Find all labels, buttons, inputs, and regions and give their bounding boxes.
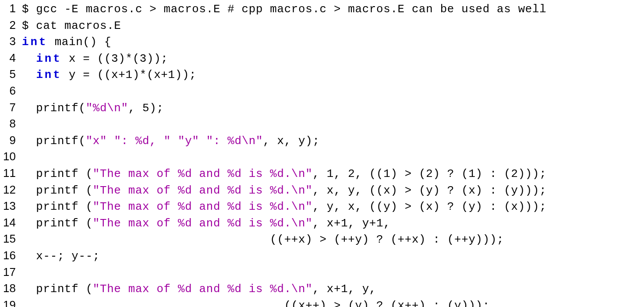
line-number: 12	[0, 182, 22, 198]
line-number: 18	[0, 281, 22, 296]
line-number: 16	[0, 248, 22, 263]
line-number: 4	[0, 50, 22, 66]
code-content: printf ("The max of %d and %d is %d.\n",…	[22, 216, 390, 232]
code-content: printf("%d\n", 5);	[22, 101, 164, 116]
token-code: main() {	[47, 36, 111, 49]
line-number: 19	[0, 297, 22, 307]
code-line: 4 int x = ((3)*(3));	[0, 50, 644, 67]
token-str: "The max of %d and %d is %d.\n"	[93, 201, 313, 213]
code-line: 9 printf("x" ": %d, " "y" ": %d\n", x, y…	[0, 133, 644, 149]
token-code: , x, y);	[263, 135, 319, 148]
line-number: 7	[0, 100, 22, 115]
code-content: printf ("The max of %d and %d is %d.\n",…	[22, 282, 376, 297]
code-line: 17	[0, 265, 644, 281]
token-str: "The max of %d and %d is %d.\n"	[93, 283, 313, 296]
line-number: 14	[0, 215, 22, 230]
line-number: 13	[0, 198, 22, 214]
line-number: 17	[0, 265, 22, 280]
code-content: printf ("The max of %d and %d is %d.\n",…	[22, 200, 546, 215]
token-kw: int	[22, 36, 47, 49]
token-code: $ cat macros.E	[22, 20, 121, 32]
token-str: "The max of %d and %d is %d.\n"	[93, 217, 313, 230]
token-code: x--; y--;	[22, 250, 100, 263]
code-content	[22, 150, 29, 166]
line-number: 15	[0, 231, 22, 247]
code-content: ((++x) > (++y) ? (++x) : (++y)));	[22, 233, 504, 248]
token-kw: int	[36, 69, 61, 81]
code-content: x--; y--;	[22, 249, 100, 265]
code-content: $ gcc -E macros.c > macros.E # cpp macro…	[22, 2, 546, 18]
line-number: 5	[0, 67, 22, 82]
code-line: 19 ((x++) > (y) ? (x++) : (y)));	[0, 297, 644, 307]
line-number: 3	[0, 34, 22, 49]
token-code: printf(	[22, 135, 86, 148]
code-line: 15 ((++x) > (++y) ? (++x) : (++y)));	[0, 231, 644, 248]
line-number: 9	[0, 133, 22, 148]
code-line: 8	[0, 116, 644, 133]
token-code: ((x++) > (y) ? (x++) : (y)));	[22, 300, 490, 307]
token-code: printf (	[22, 217, 93, 230]
token-str: "y"	[178, 135, 199, 148]
code-content: $ cat macros.E	[22, 19, 121, 34]
line-number: 10	[0, 149, 22, 164]
token-code	[22, 69, 36, 81]
code-content: ((x++) > (y) ? (x++) : (y)));	[22, 299, 490, 307]
token-code: , 1, 2, ((1) > (2) ? (1) : (2)));	[312, 168, 546, 180]
code-line: 2$ cat macros.E	[0, 18, 644, 34]
code-content: int y = ((x+1)*(x+1));	[22, 68, 196, 83]
token-code: , 5);	[128, 102, 164, 115]
code-line: 18 printf ("The max of %d and %d is %d.\…	[0, 281, 644, 297]
code-content: int x = ((3)*(3));	[22, 52, 168, 67]
token-str: ": %d\n"	[206, 135, 263, 148]
code-content: int main() {	[22, 35, 111, 50]
token-code: printf (	[22, 168, 93, 180]
token-code: , x+1, y+1,	[312, 217, 390, 230]
code-content	[22, 117, 29, 133]
token-kw: int	[36, 53, 61, 65]
code-listing: 1$ gcc -E macros.c > macros.E # cpp macr…	[0, 0, 644, 307]
code-line: 12 printf ("The max of %d and %d is %d.\…	[0, 182, 644, 199]
token-code	[107, 135, 114, 148]
token-code	[171, 135, 178, 148]
line-number: 2	[0, 18, 22, 33]
code-line: 13 printf ("The max of %d and %d is %d.\…	[0, 198, 644, 215]
token-str: "x"	[86, 135, 107, 148]
code-content	[22, 266, 29, 281]
token-code	[199, 135, 206, 148]
code-content: printf ("The max of %d and %d is %d.\n",…	[22, 183, 546, 199]
code-content: printf("x" ": %d, " "y" ": %d\n", x, y);	[22, 134, 320, 149]
token-code: , x, y, ((x) > (y) ? (x) : (y)));	[312, 184, 546, 197]
code-line: 1$ gcc -E macros.c > macros.E # cpp macr…	[0, 1, 644, 18]
token-code: printf (	[22, 184, 93, 197]
token-code: , y, x, ((y) > (x) ? (y) : (x)));	[312, 201, 546, 213]
token-code: ((++x) > (++y) ? (++x) : (++y)));	[22, 233, 504, 246]
line-number: 11	[0, 166, 22, 181]
token-code: printf (	[22, 283, 93, 296]
line-number: 1	[0, 1, 22, 16]
code-line: 3int main() {	[0, 34, 644, 50]
token-code: printf (	[22, 201, 93, 213]
code-line: 6	[0, 83, 644, 100]
token-code: y = ((x+1)*(x+1));	[62, 69, 196, 81]
code-line: 16 x--; y--;	[0, 248, 644, 265]
token-code: $ gcc -E macros.c > macros.E # cpp macro…	[22, 3, 546, 16]
line-number: 8	[0, 116, 22, 131]
code-line: 11 printf ("The max of %d and %d is %d.\…	[0, 166, 644, 182]
code-line: 7 printf("%d\n", 5);	[0, 100, 644, 116]
token-code: printf(	[22, 102, 86, 115]
token-str: "%d\n"	[86, 102, 128, 115]
token-str: "The max of %d and %d is %d.\n"	[93, 168, 313, 180]
code-line: 10	[0, 149, 644, 166]
token-code: x = ((3)*(3));	[62, 53, 168, 65]
code-line: 5 int y = ((x+1)*(x+1));	[0, 67, 644, 83]
token-str: "The max of %d and %d is %d.\n"	[93, 184, 313, 197]
code-line: 14 printf ("The max of %d and %d is %d.\…	[0, 215, 644, 232]
token-code	[22, 53, 36, 65]
token-str: ": %d, "	[114, 135, 170, 148]
line-number: 6	[0, 83, 22, 99]
code-content: printf ("The max of %d and %d is %d.\n",…	[22, 167, 546, 182]
token-code: , x+1, y,	[312, 283, 376, 296]
code-content	[22, 85, 29, 100]
